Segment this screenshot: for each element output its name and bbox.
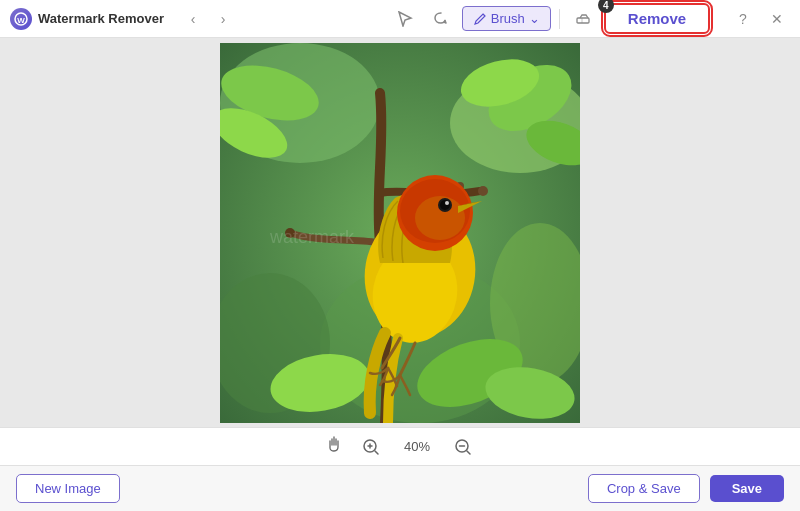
new-image-button[interactable]: New Image <box>16 474 120 503</box>
forward-button[interactable]: › <box>210 6 236 32</box>
svg-text:watermark: watermark <box>269 227 355 247</box>
svg-line-37 <box>467 451 470 454</box>
svg-text:W: W <box>17 15 25 24</box>
footer: New Image Crop & Save Save <box>0 465 800 511</box>
remove-button[interactable]: Remove <box>604 3 710 34</box>
close-button[interactable]: ✕ <box>764 6 790 32</box>
lasso-tool-button[interactable] <box>426 4 456 34</box>
back-button[interactable]: ‹ <box>180 6 206 32</box>
zoom-out-button[interactable] <box>451 435 475 459</box>
crop-save-button[interactable]: Crop & Save <box>588 474 700 503</box>
svg-point-28 <box>440 200 450 210</box>
toolbar-divider <box>559 9 560 29</box>
bottom-toolbar: 40% <box>0 427 800 465</box>
svg-point-29 <box>445 201 449 205</box>
help-button[interactable]: ? <box>730 6 756 32</box>
zoom-level: 40% <box>399 439 435 454</box>
zoom-in-button[interactable] <box>359 435 383 459</box>
toolbar: Brush ⌄ 4 Remove <box>370 3 730 34</box>
svg-rect-3 <box>577 18 589 23</box>
title-bar-left: W Watermark Remover ‹ › <box>10 6 370 32</box>
svg-line-34 <box>375 451 378 454</box>
footer-left: New Image <box>16 474 120 503</box>
remove-button-wrapper: 4 Remove <box>604 3 710 34</box>
hand-tool-button[interactable] <box>325 435 343 458</box>
title-bar-right: ? ✕ <box>730 6 790 32</box>
eraser-tool-button[interactable] <box>568 4 598 34</box>
select-tool-button[interactable] <box>390 4 420 34</box>
app-logo: W <box>10 8 32 30</box>
svg-marker-2 <box>399 12 411 26</box>
title-bar-nav: ‹ › <box>180 6 236 32</box>
brush-dropdown-icon: ⌄ <box>529 11 540 26</box>
brush-tool-button[interactable]: Brush ⌄ <box>462 6 551 31</box>
save-button[interactable]: Save <box>710 475 784 502</box>
image-canvas[interactable]: watermark <box>220 43 580 423</box>
brush-tool-label: Brush <box>491 11 525 26</box>
footer-right: Crop & Save Save <box>588 474 784 503</box>
main-content: watermark <box>0 38 800 427</box>
title-bar: W Watermark Remover ‹ › Brush ⌄ <box>0 0 800 38</box>
svg-point-11 <box>478 186 488 196</box>
app-title: Watermark Remover <box>38 11 164 26</box>
